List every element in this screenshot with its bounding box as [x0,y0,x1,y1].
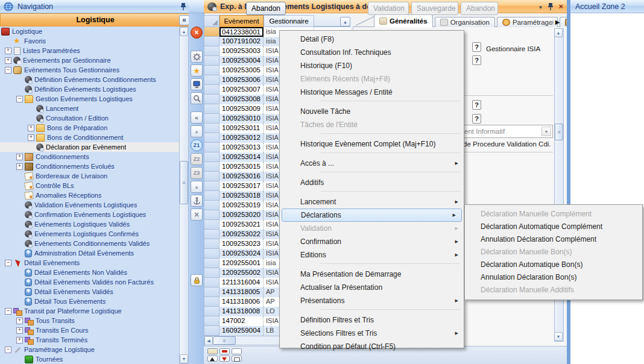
cell-evenement[interactable]: 1009253006 [219,75,264,85]
tree-item[interactable]: Conditionnements [0,152,179,162]
tree-expander-icon[interactable] [15,297,25,306]
tree-expander-icon[interactable] [15,181,25,190]
collapse-left-icon[interactable]: « [191,111,203,124]
menu-item[interactable]: Additifs [280,176,464,189]
row-header[interactable] [204,268,219,278]
move-up-icon[interactable] [191,125,203,137]
tree-expander-icon[interactable] [15,200,25,210]
menu-item[interactable]: Lancement [280,195,464,209]
cell-evenement[interactable]: 1009253009 [219,104,264,114]
row-header[interactable] [204,239,219,249]
tree-expander-icon[interactable] [15,287,25,297]
tree-item[interactable]: Evènements Tous Gestionnaires [0,65,179,75]
tree-expander-icon[interactable] [4,345,13,354]
delete-icon[interactable] [191,209,203,221]
help-button[interactable]: ? [472,55,481,65]
tree-expander-icon[interactable] [4,46,13,55]
zone2-button[interactable]: Z2 [191,153,203,165]
cell-evenement[interactable]: 1009253007 [219,85,264,95]
help-button[interactable]: ? [472,100,481,110]
submenu-item[interactable]: Déclaration Manuelle Bon(s) [465,246,642,259]
row-header[interactable] [204,307,219,316]
zone3-button[interactable]: Z3 [191,167,203,179]
menu-item[interactable]: Ma Présentation de Démarrage [280,268,464,281]
tree-item[interactable]: Transits Terminés [0,335,179,345]
row-header[interactable] [204,181,219,191]
menu-item[interactable] [280,101,464,105]
cell-evenement[interactable]: 1009253024 [219,249,264,259]
cell-evenement[interactable]: 1411318005 [219,287,264,297]
menu-item[interactable]: Editions [280,248,464,262]
row-header[interactable] [204,297,219,307]
row-header[interactable] [204,326,219,336]
row-header[interactable] [204,46,219,56]
tree-expander-icon[interactable] [15,335,25,345]
cell-evenement[interactable]: 1009253003 [219,46,264,56]
cell-evenement[interactable]: 1009253008 [219,95,264,104]
tree-scrollbar-thumb[interactable] [180,161,188,204]
row-header[interactable] [204,259,219,268]
tree-expander-icon[interactable] [15,277,25,287]
menu-item[interactable]: Validation [280,222,464,235]
tree-item[interactable]: Bordereaux de Livraison [0,171,179,181]
panel-scrollbar-thumb[interactable] [555,124,563,140]
row-header[interactable] [204,37,219,46]
record-down-button[interactable] [219,356,230,362]
submenu-item[interactable]: Déclaration Automatique Complément [465,221,642,233]
scroll-top-icon[interactable] [191,181,203,193]
sauvegarde-button[interactable]: Sauvegarde [411,2,458,15]
cell-evenement[interactable]: 1009253021 [219,220,264,230]
tab[interactable]: Généralités [374,14,433,27]
row-header[interactable] [204,95,219,104]
tree-item[interactable]: Transit par Plateforme Logistique [0,306,179,316]
scroll-down-icon[interactable] [180,354,188,363]
row-header[interactable] [204,230,219,239]
record-blank-button[interactable] [232,348,242,354]
tree-expander-icon[interactable] [15,229,25,239]
help-button[interactable]: ? [472,42,481,52]
tree-expander-icon[interactable] [4,55,13,65]
cell-evenement[interactable]: 147002 [219,316,264,326]
tree-expander-icon[interactable] [4,36,13,46]
menu-item[interactable]: Sélections Filtres et Tris [280,327,464,340]
close-document-icon[interactable] [558,2,563,11]
tree-item[interactable]: Détail Evènements [0,258,179,268]
tree-item[interactable]: Evènements Conditionnements Validés [0,239,179,248]
wheel-icon[interactable] [191,51,203,63]
scroll-left-icon[interactable] [204,336,213,345]
tree-item[interactable]: Contrôle BLs [0,181,179,190]
cell-evenement[interactable]: 1411318008 [219,307,264,316]
submenu-item[interactable]: Déclaration Manuelle Additifs [465,284,642,297]
submenu-item[interactable]: Annulation Déclaration Bon(s) [465,271,642,284]
tree-item[interactable]: Déclaration par Evènement [0,142,179,152]
menu-item[interactable]: Historique Messages / Entité [280,86,464,99]
collapse-panel-button[interactable] [179,15,189,25]
menu-item[interactable]: Confirmation [280,235,464,248]
tree-expander-icon[interactable] [27,133,36,142]
grid-scroll-up-button[interactable] [340,17,350,27]
scroll-down-icon[interactable]: ▼ [554,332,563,341]
column-header-gestionnaire[interactable]: Gestionnaire [264,15,314,27]
anchor-icon[interactable] [191,195,203,207]
scroll-up-icon[interactable] [180,27,188,36]
cell-evenement[interactable]: 1009253010 [219,114,264,124]
menu-item[interactable] [280,152,464,157]
tree-item[interactable]: Détail Evènements Validés non Facturés [0,277,179,287]
row-header[interactable] [204,75,219,85]
scroll-up-icon[interactable]: ▲ [554,28,563,37]
cell-evenement[interactable]: 1009253013 [219,143,264,152]
menu-item[interactable]: Condition par Défaut (Ctrl-F5) [280,340,464,353]
cell-evenement[interactable]: 1009253012 [219,133,264,143]
tree-expander-icon[interactable] [27,142,36,152]
cell-evenement[interactable]: 1009253015 [219,162,264,172]
tree-expander-icon[interactable] [15,162,25,171]
tree-expander-icon[interactable] [27,113,36,123]
submenu-item[interactable]: Déclaration Automatique Bon(s) [465,259,642,271]
tree-expander-icon[interactable] [15,316,25,325]
row-header[interactable] [204,249,219,259]
record-first-button[interactable] [207,348,218,354]
row-header[interactable] [204,152,219,162]
menu-item[interactable]: Tâches de l'Entité [280,118,464,131]
tab[interactable]: Organisation [435,17,495,27]
cell-evenement[interactable]: 1009253014 [219,152,264,162]
